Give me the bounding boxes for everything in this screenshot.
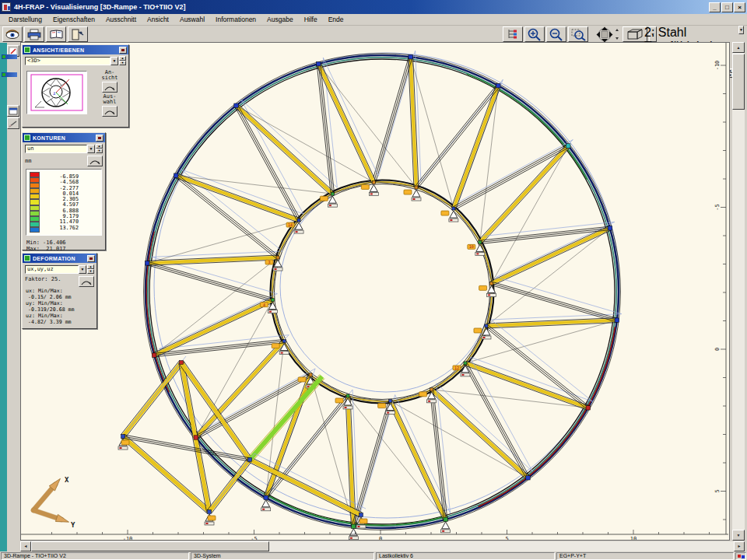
konturen-panel-close-button[interactable]	[96, 135, 103, 142]
view-spinner[interactable]: ▲ ▼	[119, 56, 126, 65]
status-lastkollektiv: Lastkollektiv 6	[376, 552, 555, 560]
exit-door-icon	[71, 29, 85, 40]
zoom-out-icon	[549, 28, 564, 41]
view-spin-down[interactable]: ▼	[119, 61, 126, 65]
view-combobox[interactable]: <3D> ▼	[25, 57, 118, 65]
menu-item-auswahl[interactable]: Auswahl	[174, 15, 210, 24]
deformation-apply-button[interactable]	[79, 276, 94, 287]
tree-structure-button[interactable]	[503, 26, 523, 42]
collapsed-panel-fragment[interactable]	[2, 54, 17, 59]
ansicht-apply-button[interactable]	[102, 82, 117, 93]
view-settings-button[interactable]	[2, 26, 23, 42]
panel-icon	[24, 47, 30, 53]
auswahl-button[interactable]	[102, 106, 117, 117]
tree-icon	[506, 28, 520, 40]
menu-item-ende[interactable]: Ende	[323, 15, 349, 24]
window-title: 4H-FRAP - Visualisierung [3D-Rampe - TIO…	[14, 3, 185, 11]
svg-text:-5: -5	[251, 536, 257, 540]
svg-text:z: z	[53, 90, 56, 96]
zoom-out-button[interactable]	[546, 26, 566, 42]
svg-text:0: 0	[714, 348, 721, 351]
print-button[interactable]	[24, 26, 44, 42]
vertical-scrollbar[interactable]: ▲ ▼	[732, 42, 745, 541]
scroll-up-button[interactable]: ▲	[732, 42, 745, 53]
svg-text:-10: -10	[123, 536, 133, 540]
konturen-panel-title: KONTUREN	[33, 135, 96, 141]
minimize-button[interactable]: _	[709, 2, 721, 12]
deformation-panel: DEFORMATION ux,uy,uz ▼ ▲ ▼ Faktor: 25. u…	[22, 253, 97, 329]
zoom-window-button[interactable]	[568, 26, 588, 42]
kontur-dropdown-arrow[interactable]: ▼	[87, 145, 95, 153]
svg-text:5: 5	[714, 489, 721, 492]
svg-text:12: 12	[454, 366, 459, 370]
menu-item-ansicht[interactable]: Ansicht	[142, 15, 174, 24]
close-button[interactable]: ×	[734, 2, 745, 12]
konturen-apply-button[interactable]	[87, 156, 103, 166]
svg-text:10: 10	[630, 536, 637, 540]
nachweis-dropdown-arrow[interactable]: ▼	[738, 26, 744, 34]
konturen-panel-titlebar[interactable]: KONTUREN	[23, 133, 105, 142]
menu-item-ausgabe[interactable]: Ausgabe	[261, 15, 299, 24]
auswahl-label: Aus-wahl	[93, 94, 127, 105]
svg-text:10: 10	[469, 244, 474, 249]
eye-icon	[5, 29, 20, 40]
svg-text:-10: -10	[714, 61, 721, 71]
left-sidebar	[7, 43, 20, 541]
kontur-spin-down[interactable]: ▼	[96, 149, 103, 153]
zoom-rect-icon	[570, 28, 586, 41]
menu-item-ausschnitt[interactable]: Ausschnitt	[100, 15, 142, 24]
menu-item-eigenschaften[interactable]: Eigenschaften	[47, 15, 100, 24]
hscroll-thumb[interactable]	[31, 541, 269, 551]
scale-swatch	[30, 227, 40, 233]
view-preview-thumbnail: z	[27, 72, 86, 114]
horizontal-scrollbar[interactable]: ◄ ►	[20, 541, 745, 551]
vscroll-thumb[interactable]	[732, 54, 745, 110]
deformation-row-label: ux: Min/Max:	[23, 288, 96, 294]
deformation-spinner[interactable]: ▲ ▼	[87, 264, 94, 274]
ansicht-panel-titlebar[interactable]: ANSICHT/EBENEN	[23, 45, 128, 54]
deformation-dropdown-arrow[interactable]: ▼	[79, 265, 86, 274]
ansicht-ebenen-panel: ANSICHT/EBENEN <3D> ▼ ▲ ▼	[22, 44, 129, 128]
collapsed-panel-fragment[interactable]	[2, 72, 17, 77]
status-project: 3D-Rampe - TIO+TIIO V2	[1, 552, 189, 560]
printer-icon	[27, 29, 41, 40]
menu-item-informationen[interactable]: Informationen	[210, 15, 261, 24]
deformation-row-value: -0.319/20.68 mm	[23, 306, 96, 313]
deformation-spin-down[interactable]: ▼	[87, 269, 94, 274]
menu-item-darstellung[interactable]: Darstellung	[3, 15, 47, 24]
deformation-panel-close-button[interactable]	[87, 255, 95, 262]
ansicht-panel-close-button[interactable]	[119, 47, 127, 54]
scroll-left-button[interactable]: ◄	[20, 541, 31, 551]
kontur-combobox[interactable]: un ▼	[25, 145, 95, 153]
view-combobox-value: <3D>	[25, 57, 110, 65]
konturen-panel: KONTUREN un ▼ ▲ ▼ mm -6.859-4.568-2.2770…	[22, 132, 106, 250]
kontur-combobox-value: un	[25, 145, 87, 153]
ansicht-label: An-sicht	[93, 70, 127, 81]
color-scale: -6.859-4.568-2.2770.0142.3054.5976.8889.…	[26, 169, 102, 236]
view-dropdown-arrow[interactable]: ▼	[110, 57, 118, 65]
scroll-down-button[interactable]: ▼	[732, 530, 745, 541]
menu-item-hilfe[interactable]: Hilfe	[299, 15, 323, 24]
deformation-panel-titlebar[interactable]: DEFORMATION	[23, 254, 96, 263]
arc-arrow-icon	[104, 108, 115, 115]
draw-tool-button[interactable]	[7, 117, 19, 129]
maximize-button[interactable]: □	[721, 2, 733, 12]
ansicht-panel-title: ANSICHT/EBENEN	[33, 47, 119, 53]
exit-button[interactable]	[68, 26, 88, 42]
deformation-row-label: uz: Min/Max:	[23, 313, 96, 319]
menu-bar: DarstellungEigenschaftenAusschnittAnsich…	[0, 14, 747, 26]
status-bar: 3D-Rampe - TIO+TIIO V2 3D-System Lastkol…	[0, 551, 747, 560]
scale-swatch	[30, 199, 40, 205]
scale-min: Min: -16.406	[26, 240, 101, 246]
svg-text:X: X	[65, 476, 69, 484]
box-3d-icon	[626, 28, 644, 40]
scroll-right-button[interactable]: ►	[734, 541, 745, 551]
kontur-spinner[interactable]: ▲ ▼	[96, 144, 103, 153]
help-book-button[interactable]	[46, 26, 66, 42]
window-tool-button[interactable]	[7, 105, 19, 117]
pan-pad[interactable]	[590, 26, 621, 43]
deformation-combobox[interactable]: ux,uy,uz ▼	[25, 265, 86, 274]
scale-swatch	[30, 216, 40, 222]
deformation-row-value: -0.15/ 2.06 mm	[23, 294, 96, 300]
zoom-in-button[interactable]	[524, 26, 545, 42]
